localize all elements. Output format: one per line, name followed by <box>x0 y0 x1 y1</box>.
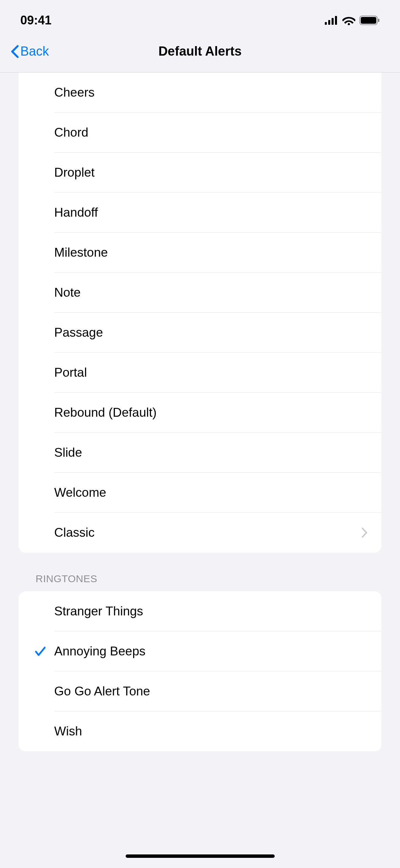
ringtone-label: Wish <box>54 724 82 738</box>
nav-title: Default Alerts <box>159 44 242 59</box>
alert-tone-label: Rebound (Default) <box>54 406 156 420</box>
alert-tone-item[interactable]: Cheers <box>19 73 381 113</box>
alert-tone-label: Handoff <box>54 205 98 220</box>
alert-tone-item[interactable]: Handoff <box>19 193 381 233</box>
alert-tone-item[interactable]: Slide <box>19 433 381 473</box>
cellular-icon <box>325 16 338 25</box>
alert-tone-item[interactable]: Note <box>19 273 381 313</box>
checkmark-icon <box>34 645 47 658</box>
ringtone-item[interactable]: Annoying Beeps <box>19 631 381 671</box>
alert-tone-item[interactable]: Passage <box>19 313 381 353</box>
svg-rect-7 <box>378 19 379 22</box>
alert-tone-item[interactable]: Classic <box>19 513 381 553</box>
alert-tone-label: Welcome <box>54 486 106 500</box>
home-indicator[interactable] <box>126 854 275 858</box>
ringtone-label: Annoying Beeps <box>54 644 145 658</box>
alert-tone-label: Classic <box>54 526 94 540</box>
alert-tone-label: Chord <box>54 125 88 140</box>
wifi-icon <box>342 16 355 25</box>
alert-tone-item[interactable]: Rebound (Default) <box>19 393 381 433</box>
ringtone-item[interactable]: Wish <box>19 711 381 751</box>
ringtone-label: Stranger Things <box>54 604 143 618</box>
svg-rect-0 <box>325 22 327 25</box>
ringtone-item[interactable]: Go Go Alert Tone <box>19 671 381 711</box>
ringtones-list: Stranger ThingsAnnoying BeepsGo Go Alert… <box>19 591 381 751</box>
nav-bar: Back Default Alerts <box>0 37 400 73</box>
alert-tone-label: Cheers <box>54 85 94 100</box>
svg-rect-6 <box>361 17 376 24</box>
svg-rect-3 <box>335 16 337 25</box>
svg-rect-2 <box>332 18 334 25</box>
back-button[interactable]: Back <box>10 44 49 59</box>
alert-tones-list: CheersChordDropletHandoffMilestoneNotePa… <box>19 73 381 553</box>
ringtone-item[interactable]: Stranger Things <box>19 591 381 631</box>
alert-tone-label: Note <box>54 285 81 300</box>
alert-tone-item[interactable]: Milestone <box>19 233 381 273</box>
ringtones-header: RINGTONES <box>19 553 381 591</box>
status-bar: 09:41 <box>0 0 400 37</box>
alert-tone-item[interactable]: Portal <box>19 353 381 393</box>
alert-tone-item[interactable]: Droplet <box>19 153 381 193</box>
back-label: Back <box>20 44 49 59</box>
alert-tone-item[interactable]: Chord <box>19 113 381 153</box>
chevron-left-icon <box>10 45 19 58</box>
alert-tone-label: Slide <box>54 446 82 460</box>
alert-tone-label: Passage <box>54 326 103 340</box>
alert-tone-label: Milestone <box>54 245 108 260</box>
status-icons <box>325 16 380 25</box>
svg-point-4 <box>348 23 350 25</box>
chevron-right-icon <box>361 527 368 538</box>
status-time: 09:41 <box>20 13 51 27</box>
svg-rect-1 <box>328 20 330 25</box>
ringtone-label: Go Go Alert Tone <box>54 684 150 698</box>
alert-tone-label: Portal <box>54 366 87 380</box>
alert-tone-item[interactable]: Welcome <box>19 473 381 513</box>
battery-icon <box>359 16 380 25</box>
alert-tone-label: Droplet <box>54 165 94 180</box>
